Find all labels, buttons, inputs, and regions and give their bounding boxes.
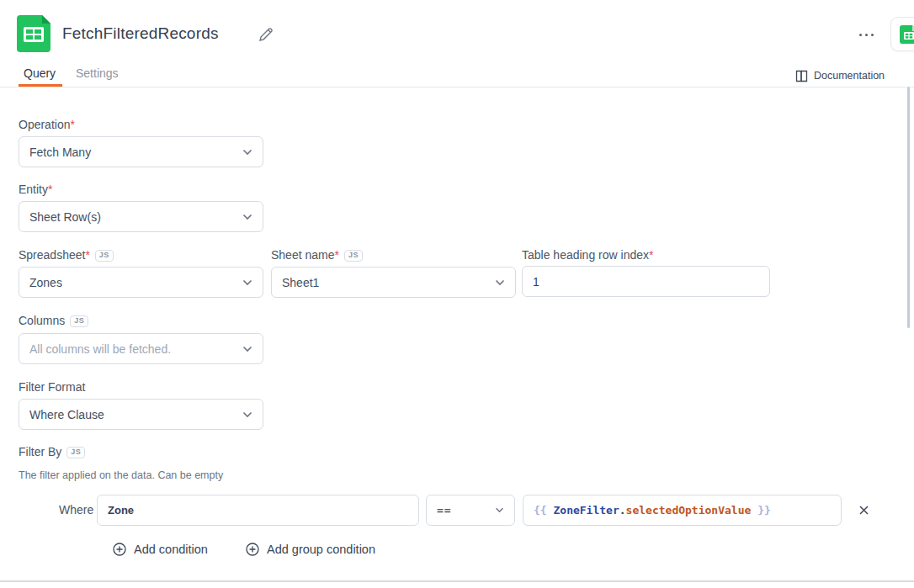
more-menu-button[interactable]: [855, 28, 877, 41]
entity-select[interactable]: Sheet Row(s): [19, 201, 263, 232]
condition-value-code-input[interactable]: {{ ZoneFilter.selectedOptionValue }}: [523, 495, 842, 526]
add-group-condition-button[interactable]: Add group condition: [246, 541, 375, 558]
required-marker: *: [649, 248, 653, 262]
operation-value: Fetch Many: [29, 146, 236, 159]
field-label: Table heading row index*: [522, 248, 653, 262]
chevron-down-icon: [242, 346, 252, 352]
condition-column-input[interactable]: [97, 495, 419, 526]
condition-operator-select[interactable]: ==: [426, 495, 515, 526]
chevron-down-icon: [495, 279, 505, 286]
spreadsheet-value: Zones: [29, 276, 236, 289]
bottom-divider: [0, 580, 914, 582]
condition-operator-value: ==: [437, 504, 488, 516]
js-toggle-badge[interactable]: JS: [70, 315, 88, 327]
add-condition-label: Add condition: [134, 543, 208, 556]
js-toggle-badge[interactable]: JS: [95, 250, 114, 262]
field-label: Entity*: [19, 183, 52, 197]
google-sheets-small-icon: [900, 25, 914, 44]
field-label: Spreadsheet*JS: [19, 248, 114, 262]
chevron-down-icon: [242, 411, 252, 418]
required-marker: *: [70, 118, 74, 131]
plus-circle-icon: [246, 543, 259, 556]
chevron-down-icon: [242, 214, 252, 220]
field-columns: ColumnsJS: [19, 314, 88, 328]
plus-circle-icon: [113, 543, 126, 556]
field-label: Filter Format: [19, 380, 85, 395]
filter-format-select[interactable]: Where Clause: [19, 399, 263, 430]
remove-condition-button[interactable]: [854, 501, 873, 519]
google-sheets-icon: [17, 15, 50, 52]
columns-select[interactable]: All columns will be fetched.: [19, 333, 263, 364]
field-label: ColumnsJS: [19, 314, 88, 328]
field-spreadsheet: Spreadsheet*JS: [19, 248, 114, 262]
table-heading-row-index-input[interactable]: [522, 266, 770, 297]
js-toggle-badge[interactable]: JS: [66, 447, 85, 458]
edit-title-pencil-icon[interactable]: [258, 26, 274, 43]
tab-settings[interactable]: Settings: [76, 66, 119, 80]
where-label: Where: [59, 503, 93, 516]
field-entity: Entity*: [19, 183, 52, 197]
spreadsheet-select[interactable]: Zones: [19, 267, 263, 298]
field-label: Filter ByJS: [19, 445, 85, 459]
book-icon: [795, 70, 808, 82]
sheet-name-value: Sheet1: [282, 276, 488, 289]
field-sheet-name: Sheet name*JS: [271, 248, 363, 262]
documentation-link[interactable]: Documentation: [795, 68, 885, 83]
field-filter-by: Filter ByJS: [19, 445, 85, 459]
field-table-heading-row-index: Table heading row index*: [522, 248, 653, 262]
ellipsis-icon: [871, 34, 874, 36]
required-marker: *: [48, 183, 52, 196]
chevron-down-icon: [242, 279, 252, 286]
tab-query[interactable]: Query: [24, 66, 56, 80]
tab-bar: Query Settings: [0, 66, 914, 87]
documentation-label: Documentation: [814, 70, 885, 82]
chevron-down-icon: [495, 507, 504, 513]
operation-select[interactable]: Fetch Many: [19, 136, 263, 167]
vertical-scrollbar[interactable]: [907, 87, 910, 328]
page-title: FetchFilteredRecords: [62, 24, 219, 43]
binding-expression: {{ ZoneFilter.selectedOptionValue }}: [534, 504, 771, 516]
sheet-name-select[interactable]: Sheet1: [271, 267, 516, 298]
field-filter-format: Filter Format: [19, 380, 85, 395]
ellipsis-icon: [859, 34, 862, 36]
chevron-down-icon: [242, 149, 252, 156]
field-label: Sheet name*JS: [271, 248, 363, 262]
datasource-card[interactable]: [890, 17, 914, 51]
add-group-condition-label: Add group condition: [267, 543, 375, 556]
required-marker: *: [85, 248, 89, 262]
query-editor: FetchFilteredRecords Query Settings: [0, 0, 914, 588]
close-icon: [858, 505, 869, 516]
header-divider: [0, 87, 914, 87]
filter-by-helper-text: The filter applied on the data. Can be e…: [19, 469, 223, 481]
add-condition-button[interactable]: Add condition: [113, 541, 208, 558]
field-operation: Operation*: [19, 118, 75, 132]
filter-format-value: Where Clause: [29, 408, 236, 421]
required-marker: *: [335, 248, 339, 262]
entity-value: Sheet Row(s): [29, 210, 236, 224]
field-label: Operation*: [19, 118, 75, 132]
columns-placeholder: All columns will be fetched.: [29, 342, 236, 356]
ellipsis-icon: [865, 34, 868, 36]
js-toggle-badge[interactable]: JS: [344, 250, 363, 262]
